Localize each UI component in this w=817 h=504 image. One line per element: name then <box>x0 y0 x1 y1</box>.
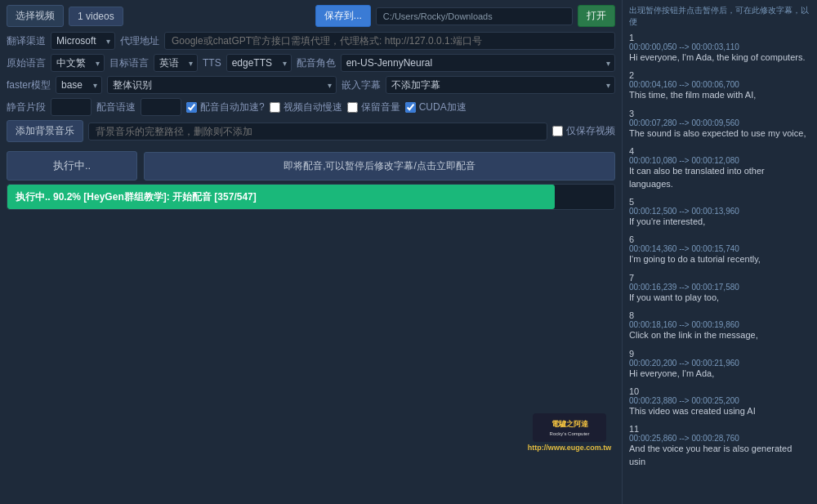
voice-dropdown[interactable]: en-US-JennyNeural <box>341 54 615 72</box>
model-label: faster模型 <box>7 78 51 92</box>
translate-source-dropdown[interactable]: Microsoft <box>51 32 115 50</box>
proxy-input[interactable] <box>164 32 615 50</box>
subtitle-index: 3 <box>629 109 810 118</box>
right-panel: 出现暂停按钮并点击暂停后，可在此修改字幕，以便 1 00:00:00,050 -… <box>623 0 817 504</box>
source-lang-label: 原始语言 <box>7 56 46 70</box>
target-lang-label: 目标语言 <box>109 56 149 70</box>
subtitle-time: 00:00:00,050 --> 00:00:03,110 <box>629 42 810 51</box>
keep-voice-label: 保留音量 <box>361 100 400 114</box>
cuda-label: CUDA加速 <box>419 100 467 114</box>
auto-speed-checkbox-label[interactable]: 配音自动加速? <box>186 100 265 114</box>
subtitle-text: This time, the film made with AI, <box>629 89 810 101</box>
subtitle-item: 1 00:00:00,050 --> 00:00:03,110 Hi every… <box>629 33 810 64</box>
voice-select[interactable]: en-US-JennyNeural <box>341 54 615 72</box>
subtitle-index: 7 <box>629 273 810 283</box>
target-lang-select[interactable]: 英语 <box>154 54 198 72</box>
subtitle-time: 00:00:23,880 --> 00:00:25,200 <box>629 396 810 405</box>
subtitle-time: 00:00:16,239 --> 00:00:17,580 <box>629 283 810 292</box>
translate-source-label: 翻译渠道 <box>7 34 46 48</box>
subtitle-index: 11 <box>629 424 810 434</box>
translate-source-select[interactable]: Microsoft <box>51 32 115 50</box>
cuda-checkbox[interactable] <box>405 102 416 113</box>
dub-speed-label: 配音语速 <box>96 100 136 114</box>
subtitle-item: 8 00:00:18,160 --> 00:00:19,860 Click on… <box>629 310 810 341</box>
subtitle-index: 2 <box>629 70 810 80</box>
subtitle-label: 嵌入字幕 <box>342 78 381 92</box>
tts-select[interactable]: edgeTTS <box>226 54 292 72</box>
subtitle-text: I'm going to do a tutorial recently, <box>629 253 810 265</box>
subtitle-item: 7 00:00:16,239 --> 00:00:17,580 If you w… <box>629 273 810 304</box>
subtitle-index: 6 <box>629 234 810 244</box>
auto-speed-checkbox[interactable] <box>186 102 197 113</box>
subtitle-text: This video was created using AI <box>629 405 810 417</box>
video-auto-speed-checkbox-label[interactable]: 视频自动慢速 <box>270 100 342 114</box>
tts-dropdown[interactable]: edgeTTS <box>226 54 292 72</box>
subtitle-time: 00:00:04,160 --> 00:00:06,700 <box>629 80 810 89</box>
bg-music-input[interactable] <box>88 123 547 140</box>
subtitle-list: 1 00:00:00,050 --> 00:00:03,110 Hi every… <box>629 33 810 475</box>
proxy-label: 代理地址 <box>120 34 159 48</box>
subtitle-text: It can also be translated into other lan… <box>629 165 810 190</box>
cuda-checkbox-label[interactable]: CUDA加速 <box>405 100 467 114</box>
subtitle-item: 2 00:00:04,160 --> 00:00:06,700 This tim… <box>629 70 810 101</box>
add-bg-music-button[interactable]: 添加背景音乐 <box>7 120 83 142</box>
progress-bar-text: 执行中.. 90.2% [HeyGen群组教学]: 开始配音 [357/547] <box>16 190 257 204</box>
keep-voice-checkbox-label[interactable]: 保留音量 <box>347 100 400 114</box>
open-button[interactable]: 打开 <box>578 5 615 27</box>
subtitle-item: 3 00:00:07,280 --> 00:00:09,560 The soun… <box>629 109 810 140</box>
subtitle-text: If you're interested, <box>629 216 810 228</box>
select-video-button[interactable]: 选择视频 <box>7 5 64 27</box>
subtitle-dropdown[interactable]: 不添加字幕 <box>386 76 615 94</box>
dub-speed-input[interactable]: +0% <box>141 98 181 116</box>
subtitle-text: If you want to play too, <box>629 292 810 304</box>
subtitle-text: Hi everyone, I'm Ada, <box>629 368 810 380</box>
subtitle-index: 10 <box>629 386 810 396</box>
subtitle-text: The sound is also expected to use my voi… <box>629 127 810 140</box>
subtitle-index: 5 <box>629 197 810 207</box>
subtitle-text: And the voice you hear is also generated… <box>629 443 810 468</box>
subtitle-time: 00:00:12,500 --> 00:00:13,960 <box>629 207 810 216</box>
videos-count-badge: 1 videos <box>69 7 123 26</box>
subtitle-time: 00:00:07,280 --> 00:00:09,560 <box>629 118 810 127</box>
subtitle-text: Click on the link in the message, <box>629 329 810 341</box>
subtitle-item: 6 00:00:14,360 --> 00:00:15,740 I'm goin… <box>629 234 810 265</box>
subtitle-item: 10 00:00:23,880 --> 00:00:25,200 This vi… <box>629 386 810 417</box>
source-lang-dropdown[interactable]: 中文繁 <box>51 54 105 72</box>
subtitle-item: 4 00:00:10,080 --> 00:00:12,080 It can a… <box>629 146 810 190</box>
save-video-only-checkbox[interactable] <box>552 126 563 136</box>
voice-color-label: 配音角色 <box>297 56 336 70</box>
silence-input[interactable]: 500 <box>51 98 92 116</box>
subtitle-index: 9 <box>629 349 810 359</box>
subtitle-item: 11 00:00:25,860 --> 00:00:28,760 And the… <box>629 424 810 468</box>
model-select[interactable]: base <box>56 76 102 94</box>
silence-label: 静音片段 <box>7 100 46 114</box>
target-lang-dropdown[interactable]: 英语 <box>154 54 198 72</box>
keep-voice-checkbox[interactable] <box>347 102 358 113</box>
subtitle-time: 00:00:25,860 --> 00:00:28,760 <box>629 434 810 443</box>
subtitle-item: 9 00:00:20,200 --> 00:00:21,960 Hi every… <box>629 349 810 380</box>
tts-label: TTS <box>203 57 221 69</box>
subtitle-time: 00:00:14,360 --> 00:00:15,740 <box>629 244 810 253</box>
subtitle-text: Hi everyone, I'm Ada, the king of comput… <box>629 51 810 64</box>
video-auto-speed-checkbox[interactable] <box>270 102 280 113</box>
right-hint: 出现暂停按钮并点击暂停后，可在此修改字幕，以便 <box>629 5 810 28</box>
subtitle-index: 8 <box>629 310 810 320</box>
recognition-select[interactable]: 整体识别 <box>107 76 337 94</box>
model-dropdown[interactable]: base <box>56 76 102 94</box>
save-video-only-label: 仅保存视频 <box>566 124 615 138</box>
recognition-dropdown[interactable]: 整体识别 <box>107 76 337 94</box>
progress-bar-container: 执行中.. 90.2% [HeyGen群组教学]: 开始配音 [357/547] <box>7 184 615 210</box>
execute-button[interactable]: 执行中.. <box>7 151 137 181</box>
subtitle-time: 00:00:10,080 --> 00:00:12,080 <box>629 156 810 165</box>
save-path-display: C:/Users/Rocky/Downloads <box>376 7 573 25</box>
subtitle-time: 00:00:20,200 --> 00:00:21,960 <box>629 359 810 368</box>
pause-button[interactable]: 即将配音,可以暂停后修改字幕/点击立即配音 <box>144 152 615 181</box>
source-lang-select[interactable]: 中文繁 <box>51 54 105 72</box>
video-auto-speed-label: 视频自动慢速 <box>283 100 342 114</box>
save-button[interactable]: 保存到... <box>315 5 371 27</box>
save-video-only-checkbox-label[interactable]: 仅保存视频 <box>552 124 615 138</box>
auto-speed-label: 配音自动加速? <box>200 100 265 114</box>
subtitle-index: 4 <box>629 146 810 156</box>
subtitle-select[interactable]: 不添加字幕 <box>386 76 615 94</box>
subtitle-time: 00:00:18,160 --> 00:00:19,860 <box>629 320 810 329</box>
